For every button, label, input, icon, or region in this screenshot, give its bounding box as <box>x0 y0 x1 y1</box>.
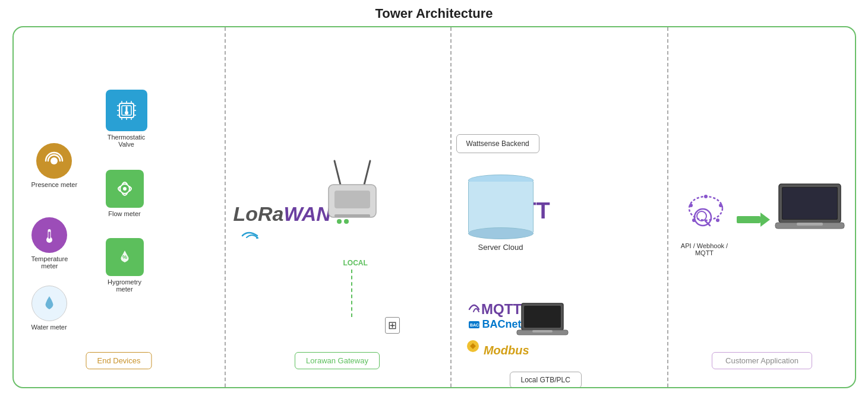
local-laptop <box>516 300 569 344</box>
presence-label: Presence meter <box>31 181 78 188</box>
svg-text:BACnet: BACnet <box>470 323 480 327</box>
dashed-line-down <box>351 270 352 317</box>
cylinder-body <box>468 182 534 232</box>
svg-line-25 <box>364 161 370 185</box>
svg-point-29 <box>344 219 349 224</box>
water-device: Water meter <box>31 286 67 331</box>
flow-device: Flow meter <box>106 170 144 217</box>
hygrometry-icon: % <box>106 238 144 276</box>
temperature-icon <box>31 217 67 253</box>
svg-point-28 <box>337 219 342 224</box>
svg-rect-54 <box>782 188 837 219</box>
wattsense-box: Wattsense Backend <box>456 134 539 153</box>
api-icon <box>679 188 733 243</box>
svg-marker-51 <box>760 213 770 227</box>
hygrometry-device: % Hygrometrymeter <box>106 238 144 293</box>
svg-line-24 <box>334 161 340 185</box>
thermostatic-device: ThermostaticValve <box>106 90 147 148</box>
gateway-badge-box: Lorawan Gateway <box>295 352 380 369</box>
customer-section: API / Webhook / MQTT Customer Applicat <box>667 27 856 387</box>
lorawan-text: LoRa <box>233 202 284 225</box>
svg-rect-30 <box>334 214 370 217</box>
svg-point-45 <box>719 204 722 207</box>
diagram-container: Presence meter <box>12 26 856 388</box>
customer-laptop <box>774 182 845 237</box>
thermostatic-icon <box>106 90 147 131</box>
gateway-device <box>314 155 391 240</box>
flow-label: Flow meter <box>108 210 140 217</box>
server-cloud: Server Cloud <box>468 175 534 252</box>
temperature-device: Temperaturemeter <box>31 217 68 270</box>
customer-badge-box: Customer Application <box>712 352 812 369</box>
svg-rect-27 <box>334 191 370 208</box>
page-title: Tower Architecture <box>375 6 493 21</box>
temperature-label: Temperaturemeter <box>31 255 68 270</box>
local-label: LOCAL <box>343 259 368 267</box>
svg-text:%: % <box>122 254 127 260</box>
page-wrapper: Tower Architecture Presence meter <box>0 0 868 393</box>
end-devices-section: Presence meter <box>14 27 225 387</box>
water-label: Water meter <box>31 324 67 331</box>
svg-rect-4 <box>125 106 127 113</box>
svg-rect-37 <box>524 306 561 328</box>
svg-point-46 <box>704 195 708 198</box>
hygrometry-label: Hygrometrymeter <box>108 278 141 293</box>
modbus-text: Modbus <box>484 344 529 357</box>
api-label: API / Webhook / MQTT <box>678 242 731 256</box>
svg-rect-21 <box>49 232 50 239</box>
svg-rect-56 <box>797 223 823 226</box>
svg-point-47 <box>692 218 696 222</box>
presence-icon <box>36 143 72 179</box>
mqtt-cloud-section: MQTT Wattsense Backend Server Cloud MQTT <box>450 27 667 387</box>
flow-icon <box>106 170 144 208</box>
svg-rect-50 <box>737 216 760 223</box>
arrow-right <box>736 211 771 232</box>
customer-application-badge: Customer Application <box>667 352 856 369</box>
lorawan-gateway-badge: Lorawan Gateway <box>225 352 450 369</box>
server-cloud-label: Server Cloud <box>478 243 523 252</box>
gateway-section: LoRaWAN® <box>225 27 450 387</box>
svg-point-18 <box>123 187 127 191</box>
local-gtb-box: Local GTB/PLC <box>510 372 582 388</box>
connector-icon: ⊞ <box>385 317 400 334</box>
water-icon <box>31 286 67 321</box>
svg-point-44 <box>689 204 693 207</box>
thermostatic-label: ThermostaticValve <box>108 134 146 148</box>
cylinder-bottom <box>468 227 534 239</box>
svg-point-48 <box>716 218 719 222</box>
end-devices-badge: End Devices <box>86 352 152 369</box>
svg-rect-39 <box>532 330 553 332</box>
presence-device: Presence meter <box>31 143 78 188</box>
svg-point-0 <box>50 157 58 164</box>
